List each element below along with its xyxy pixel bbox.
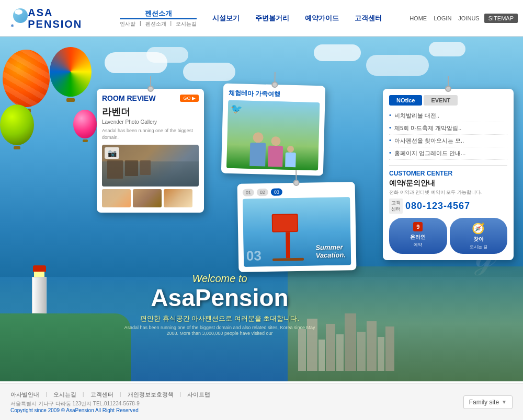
dropdown-arrow-icon: ▼ bbox=[502, 399, 507, 405]
sitemap-link[interactable]: SITEMAP bbox=[484, 14, 518, 23]
notice-panel: NOtIce EVENT 비치발리볼 대전.. 제5회 마드축제 개막알림.. … bbox=[383, 89, 514, 260]
footer-copyright: Copyright since 2009 © AsaPension All Ri… bbox=[10, 407, 210, 413]
room-name-en: Lavender Photo Gallery bbox=[102, 119, 199, 125]
go-button[interactable]: GO ▶ bbox=[180, 95, 199, 102]
vacation-tabs: 01 02 03 bbox=[243, 187, 350, 196]
phone-label: 고객센터 bbox=[389, 199, 403, 214]
logo-text: ASA PENSION bbox=[28, 7, 94, 30]
nav-item-facilities[interactable]: 시설보기 bbox=[212, 14, 240, 23]
nav-item-surroundings[interactable]: 주변볼거리 bbox=[255, 14, 289, 23]
home-link[interactable]: HOME bbox=[407, 14, 429, 22]
online-reservation-button[interactable]: 9 온라인 예약 bbox=[389, 218, 447, 254]
joinus-link[interactable]: JOINUS bbox=[456, 14, 481, 22]
event-tab[interactable]: EVENT bbox=[424, 95, 458, 106]
nav-sub-greeting[interactable]: 인사말 bbox=[120, 20, 135, 28]
btn1-label: 온라인 bbox=[410, 234, 426, 241]
notice-item-1[interactable]: 비치발리볼 대전.. bbox=[389, 110, 507, 122]
action-buttons: 9 온라인 예약 🧭 찾아 오시는 길 bbox=[389, 218, 507, 254]
btn1-sub: 예약 bbox=[414, 242, 422, 248]
btn2-label: 찾아 bbox=[473, 236, 484, 243]
footer-links: 아사빌안내 | 오시는길 | 고객센터 | 개인정보보호정책 | 사이트맵 bbox=[10, 391, 210, 399]
footer-left: 아사빌안내 | 오시는길 | 고객센터 | 개인정보보호정책 | 사이트맵 서울… bbox=[10, 391, 210, 413]
notice-item-3[interactable]: 아사펜션을 찾아오시는 모.. bbox=[389, 135, 507, 147]
footer-link-sitemap[interactable]: 사이트맵 bbox=[187, 391, 210, 399]
footer-address: 서울특별시 기나구 다라동 123번지 TEL.011234-5678-9 bbox=[10, 400, 210, 407]
top-right-nav: HOME LOGIN JOINUS SITEMAP bbox=[407, 14, 523, 23]
notice-tab[interactable]: NOtIce bbox=[389, 95, 422, 106]
btn2-sub: 오시는 길 bbox=[470, 244, 487, 250]
nav-sub-directions[interactable]: 오시는길 bbox=[176, 20, 197, 28]
directions-button[interactable]: 🧭 찾아 오시는 길 bbox=[450, 218, 508, 254]
divider bbox=[389, 165, 507, 166]
room-name-kr: 라벤더 bbox=[102, 106, 199, 118]
room-thumb-2[interactable] bbox=[133, 189, 162, 207]
nav-item-customer[interactable]: 고객센터 bbox=[355, 14, 382, 23]
footer-link-directions[interactable]: 오시는길 bbox=[53, 391, 76, 399]
family-site-label: Family site bbox=[469, 399, 499, 406]
nav-sub-pension[interactable]: 펜션소개 bbox=[145, 20, 166, 28]
family-image: 🐦 bbox=[226, 100, 320, 171]
calendar-icon: 9 bbox=[413, 222, 423, 231]
notice-list: 비치발리볼 대전.. 제5회 마드축제 개막알림.. 아사펜션을 찾아오시는 모… bbox=[389, 110, 507, 160]
customer-center-kr-title: 예약/문의안내 bbox=[389, 179, 507, 188]
family-card: 체험테마 가족여행 🐦 bbox=[221, 83, 325, 176]
vacation-card: 01 02 03 03 bbox=[237, 182, 357, 272]
customer-center-title: CUSTOMER CENTER bbox=[389, 170, 507, 177]
vacation-image: 03 Summer Vacation. bbox=[243, 197, 351, 267]
card-pin-family bbox=[271, 81, 278, 88]
phone-number: 080-123-4567 bbox=[405, 201, 470, 212]
room-review-title: ROOM REVIEW bbox=[102, 94, 156, 102]
footer-link-about[interactable]: 아사빌안내 bbox=[10, 391, 39, 399]
footer-link-customer[interactable]: 고객센터 bbox=[90, 391, 113, 399]
notice-pin bbox=[445, 86, 451, 92]
tab-01[interactable]: 01 bbox=[243, 189, 254, 196]
room-description: Asadal has been running one of the bigge… bbox=[102, 127, 199, 141]
notice-item-4[interactable]: 홈페이지 업그레이드 안내... bbox=[389, 147, 507, 160]
card-pin-vacation bbox=[293, 180, 299, 186]
tab-02[interactable]: 02 bbox=[257, 189, 268, 196]
nav-item-pension[interactable]: 펜션소개 인사말 | 펜션소개 | 오시는길 bbox=[120, 9, 197, 28]
room-thumb-1[interactable] bbox=[102, 189, 131, 207]
room-review-card: ROOM REVIEW GO ▶ 라벤더 Lavender Photo Gall… bbox=[97, 89, 204, 213]
family-card-title: 체험테마 가족여행 bbox=[229, 89, 320, 100]
welcome-section: Welcome to AsaPension 편안한 휴식공간 아사펜션으로 여러… bbox=[120, 273, 319, 337]
tab-03[interactable]: 03 bbox=[271, 188, 282, 195]
phone-row: 고객센터 080-123-4567 bbox=[389, 199, 507, 214]
nav-item-reservation[interactable]: 예약가이드 bbox=[305, 14, 339, 23]
login-link[interactable]: LOGIN bbox=[431, 14, 453, 22]
compass-icon: 🧭 bbox=[472, 222, 485, 235]
notice-item-2[interactable]: 제5회 마드축제 개막알림.. bbox=[389, 122, 507, 135]
logo: ❄ ASA PENSION bbox=[0, 7, 94, 30]
footer-link-privacy[interactable]: 개인정보보호정책 bbox=[128, 391, 174, 399]
room-thumb-3[interactable] bbox=[164, 189, 192, 207]
room-main-image: 📷 bbox=[102, 145, 199, 186]
customer-center-desc: 전화 예약과 인터넷 예약이 모두 가능합니다. bbox=[389, 189, 507, 196]
main-nav: 펜션소개 인사말 | 펜션소개 | 오시는길 시설보기 주변볼거리 예약가이드 … bbox=[94, 9, 407, 28]
footer: 아사빌안내 | 오시는길 | 고객센터 | 개인정보보호정책 | 사이트맵 서울… bbox=[0, 383, 523, 420]
family-site-dropdown[interactable]: Family site ▼ bbox=[463, 395, 513, 409]
notice-tabs: NOtIce EVENT bbox=[389, 95, 507, 106]
header: ❄ ASA PENSION 펜션소개 인사말 | 펜션소개 | 오시는길 시설보… bbox=[0, 0, 523, 37]
hero: ℊ ℊ bbox=[0, 37, 523, 381]
card-pin-room bbox=[147, 86, 154, 92]
